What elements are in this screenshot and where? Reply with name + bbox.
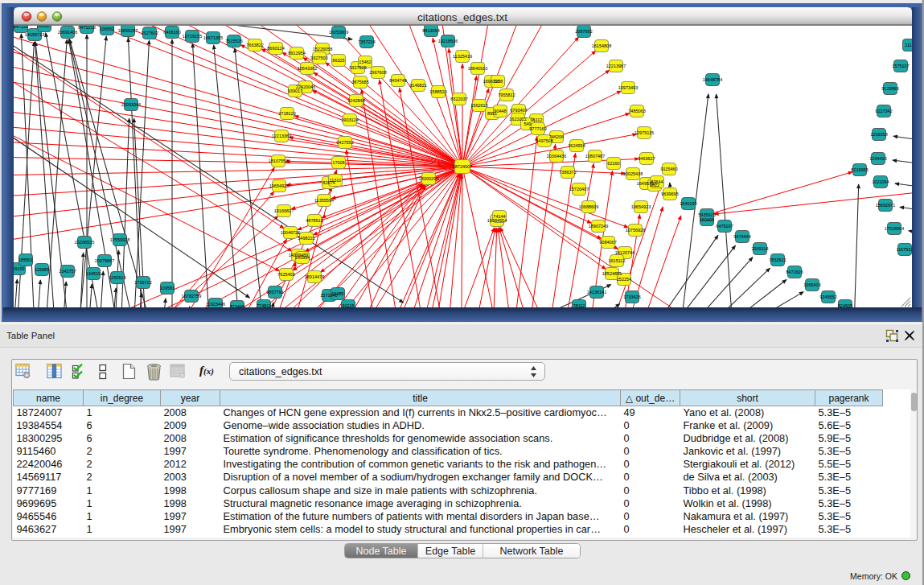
svg-text:16648784: 16648784	[703, 77, 722, 82]
svg-text:3875685: 3875685	[351, 80, 368, 84]
svg-text:1575107: 1575107	[892, 64, 909, 68]
svg-text:10688609: 10688609	[579, 204, 598, 209]
svg-text:18907249: 18907249	[589, 224, 608, 229]
svg-text:74144: 74144	[493, 214, 505, 219]
svg-text:10655257: 10655257	[118, 28, 138, 33]
svg-text:9327500: 9327500	[310, 56, 327, 60]
svg-text:824505: 824505	[838, 303, 852, 308]
svg-text:16671355: 16671355	[203, 35, 223, 40]
svg-text:20053346: 20053346	[121, 102, 141, 107]
svg-text:1615112: 1615112	[608, 258, 625, 263]
svg-text:15462: 15462	[359, 60, 371, 64]
svg-text:9245652: 9245652	[819, 295, 836, 299]
svg-text:20691406: 20691406	[58, 30, 77, 35]
svg-text:1903124: 1903124	[341, 117, 358, 122]
svg-text:7515526: 7515526	[225, 39, 242, 43]
svg-text:10973493: 10973493	[618, 85, 638, 90]
svg-text:1795722: 1795722	[134, 280, 151, 285]
svg-text:39159: 39159	[12, 266, 24, 271]
svg-text:5935923: 5935923	[698, 212, 715, 217]
svg-text:20364436: 20364436	[547, 154, 566, 159]
svg-text:2967608: 2967608	[369, 70, 386, 75]
svg-text:7955812: 7955812	[498, 93, 515, 97]
svg-text:140994: 140994	[295, 255, 310, 260]
svg-text:9463627: 9463627	[638, 156, 655, 161]
svg-text:134519: 134519	[86, 271, 101, 276]
svg-text:9115460: 9115460	[660, 167, 677, 171]
svg-text:8471219: 8471219	[78, 25, 95, 30]
svg-text:90215: 90215	[342, 303, 354, 308]
svg-text:106552: 106552	[100, 27, 114, 31]
svg-text:20975867: 20975867	[95, 258, 114, 263]
svg-text:15226058: 15226058	[313, 47, 332, 51]
svg-text:3624554: 3624554	[568, 143, 585, 148]
svg-text:160400: 160400	[700, 217, 714, 222]
svg-text:16782759: 16782759	[182, 294, 201, 299]
svg-text:11355594: 11355594	[314, 198, 334, 203]
svg-text:6497508: 6497508	[536, 138, 552, 143]
svg-text:8322037: 8322037	[450, 97, 467, 101]
svg-text:9227342: 9227342	[875, 109, 892, 113]
svg-text:9327505: 9327505	[349, 65, 366, 70]
svg-text:12975115: 12975115	[634, 130, 654, 135]
svg-text:1244415: 1244415	[869, 156, 886, 161]
svg-text:9857791: 9857791	[266, 290, 283, 295]
svg-text:19218506: 19218506	[438, 39, 458, 43]
svg-text:1065416: 1065416	[803, 282, 820, 287]
svg-text:10756928: 10756928	[626, 228, 645, 233]
svg-text:10046726: 10046726	[281, 230, 300, 235]
svg-text:15692971: 15692971	[876, 203, 895, 208]
svg-text:2342757: 2342757	[59, 269, 76, 274]
svg-text:7663822: 7663822	[246, 43, 263, 47]
svg-text:62160: 62160	[607, 161, 619, 166]
svg-text:109581: 109581	[160, 286, 175, 290]
svg-text:1562615: 1562615	[470, 103, 487, 108]
svg-text:15720407: 15720407	[569, 187, 589, 192]
svg-text:9427552: 9427552	[336, 140, 353, 145]
svg-text:4878512: 4878512	[306, 218, 322, 223]
svg-text:19166827: 19166827	[274, 208, 294, 213]
svg-text:20206535: 20206535	[75, 240, 94, 245]
svg-text:10807487: 10807487	[585, 154, 605, 159]
svg-text:1021064: 1021064	[872, 179, 889, 184]
svg-text:10025438: 10025438	[623, 171, 643, 176]
svg-text:10719155: 10719155	[183, 34, 202, 39]
svg-text:8660124: 8660124	[267, 46, 284, 51]
svg-text:11310: 11310	[330, 178, 342, 183]
svg-text:774811: 774811	[257, 303, 271, 308]
svg-text:9146821: 9146821	[409, 83, 426, 88]
svg-text:16120746: 16120746	[615, 250, 634, 255]
svg-text:19654925: 19654925	[269, 183, 289, 188]
svg-text:16485: 16485	[331, 291, 343, 296]
svg-text:9699695: 9699695	[661, 192, 678, 196]
svg-text:1733426: 1733426	[623, 295, 640, 299]
svg-text:8912954: 8912954	[288, 51, 305, 56]
svg-text:9242848: 9242848	[347, 98, 364, 103]
svg-text:16053809: 16053809	[329, 30, 348, 35]
svg-text:939017: 939017	[288, 89, 302, 93]
svg-text:87644: 87644	[651, 179, 663, 184]
svg-text:7832621: 7832621	[769, 257, 786, 262]
svg-text:17008: 17008	[332, 160, 344, 165]
svg-text:16154808: 16154808	[592, 43, 611, 48]
svg-text:6466160: 6466160	[163, 30, 180, 35]
svg-text:78112: 78112	[573, 303, 585, 308]
svg-text:6479197: 6479197	[716, 224, 733, 229]
svg-text:17016504: 17016504	[885, 226, 904, 231]
svg-text:6793407: 6793407	[510, 108, 527, 113]
svg-text:185501: 185501	[18, 257, 33, 262]
svg-text:18640910: 18640910	[468, 66, 487, 71]
svg-text:8215955: 8215955	[851, 167, 868, 172]
svg-text:115689: 115689	[35, 267, 49, 272]
svg-text:252254: 252254	[617, 277, 631, 282]
svg-text:2718120: 2718120	[278, 111, 295, 116]
svg-text:11923446: 11923446	[206, 302, 225, 307]
svg-text:1527602: 1527602	[141, 31, 158, 35]
svg-text:96112: 96112	[531, 117, 543, 122]
svg-text:1167533: 1167533	[896, 247, 913, 252]
svg-text:14136141: 14136141	[587, 290, 606, 295]
svg-text:7958: 7958	[493, 79, 503, 84]
svg-text:1250515: 1250515	[109, 275, 125, 280]
svg-text:7625402: 7625402	[277, 272, 294, 277]
svg-text:1588520: 1588520	[429, 89, 446, 94]
